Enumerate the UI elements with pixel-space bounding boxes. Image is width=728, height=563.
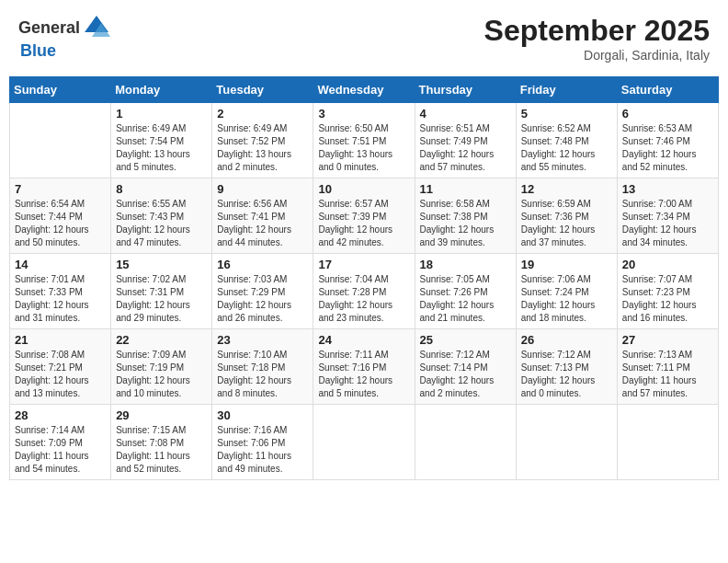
day-number: 29 (116, 408, 207, 422)
day-info: Sunrise: 7:11 AM Sunset: 7:16 PM Dayligh… (318, 349, 409, 400)
day-info: Sunrise: 7:04 AM Sunset: 7:28 PM Dayligh… (318, 273, 409, 325)
calendar-cell: 25Sunrise: 7:12 AM Sunset: 7:14 PM Dayli… (415, 329, 516, 405)
calendar-cell: 9Sunrise: 6:56 AM Sunset: 7:41 PM Daylig… (212, 178, 313, 254)
day-number: 20 (622, 258, 713, 271)
day-info: Sunrise: 6:51 AM Sunset: 7:49 PM Dayligh… (420, 122, 511, 174)
day-info: Sunrise: 6:55 AM Sunset: 7:43 PM Dayligh… (116, 198, 207, 249)
calendar-cell: 5Sunrise: 6:52 AM Sunset: 7:48 PM Daylig… (516, 103, 617, 178)
calendar-cell: 3Sunrise: 6:50 AM Sunset: 7:51 PM Daylig… (313, 103, 415, 178)
calendar-cell: 29Sunrise: 7:15 AM Sunset: 7:08 PM Dayli… (111, 405, 212, 480)
calendar-cell: 23Sunrise: 7:10 AM Sunset: 7:18 PM Dayli… (212, 329, 313, 405)
calendar-cell (617, 405, 718, 480)
day-info: Sunrise: 6:58 AM Sunset: 7:38 PM Dayligh… (420, 198, 511, 249)
day-number: 9 (217, 182, 308, 196)
week-row-1: 1Sunrise: 6:49 AM Sunset: 7:54 PM Daylig… (10, 103, 719, 178)
day-info: Sunrise: 7:12 AM Sunset: 7:14 PM Dayligh… (420, 349, 511, 400)
calendar-cell (10, 103, 111, 178)
day-info: Sunrise: 7:05 AM Sunset: 7:26 PM Dayligh… (420, 273, 511, 325)
day-number: 14 (15, 258, 106, 271)
calendar-cell: 14Sunrise: 7:01 AM Sunset: 7:33 PM Dayli… (10, 254, 111, 329)
calendar-cell: 22Sunrise: 7:09 AM Sunset: 7:19 PM Dayli… (111, 329, 212, 405)
calendar-cell: 19Sunrise: 7:06 AM Sunset: 7:24 PM Dayli… (516, 254, 617, 329)
day-info: Sunrise: 7:12 AM Sunset: 7:13 PM Dayligh… (521, 349, 612, 400)
day-number: 10 (318, 182, 409, 196)
weekday-header-tuesday: Tuesday (212, 77, 313, 103)
calendar-cell: 27Sunrise: 7:13 AM Sunset: 7:11 PM Dayli… (617, 329, 718, 405)
calendar-cell (516, 405, 617, 480)
week-row-2: 7Sunrise: 6:54 AM Sunset: 7:44 PM Daylig… (10, 178, 719, 254)
day-number: 11 (420, 182, 511, 196)
weekday-header-thursday: Thursday (415, 77, 516, 103)
calendar-table: SundayMondayTuesdayWednesdayThursdayFrid… (9, 76, 719, 480)
day-number: 7 (15, 182, 106, 196)
calendar-cell: 30Sunrise: 7:16 AM Sunset: 7:06 PM Dayli… (212, 405, 313, 480)
day-info: Sunrise: 7:01 AM Sunset: 7:33 PM Dayligh… (15, 273, 106, 325)
day-info: Sunrise: 6:54 AM Sunset: 7:44 PM Dayligh… (15, 198, 106, 249)
day-number: 1 (116, 107, 207, 121)
page-header: General Blue September 2025 Dorgali, Sar… (9, 9, 719, 67)
calendar-cell: 18Sunrise: 7:05 AM Sunset: 7:26 PM Dayli… (415, 254, 516, 329)
day-info: Sunrise: 7:10 AM Sunset: 7:18 PM Dayligh… (217, 349, 308, 400)
weekday-header-wednesday: Wednesday (313, 77, 415, 103)
day-number: 28 (15, 408, 106, 422)
day-info: Sunrise: 7:06 AM Sunset: 7:24 PM Dayligh… (521, 273, 612, 325)
day-info: Sunrise: 6:49 AM Sunset: 7:52 PM Dayligh… (217, 122, 308, 174)
calendar-cell: 12Sunrise: 6:59 AM Sunset: 7:36 PM Dayli… (516, 178, 617, 254)
weekday-header-row: SundayMondayTuesdayWednesdayThursdayFrid… (10, 77, 719, 103)
location-subtitle: Dorgali, Sardinia, Italy (484, 48, 710, 63)
calendar-cell: 20Sunrise: 7:07 AM Sunset: 7:23 PM Dayli… (617, 254, 718, 329)
day-info: Sunrise: 6:50 AM Sunset: 7:51 PM Dayligh… (318, 122, 409, 174)
day-number: 30 (217, 408, 308, 422)
calendar-cell: 6Sunrise: 6:53 AM Sunset: 7:46 PM Daylig… (617, 103, 718, 178)
calendar-cell: 8Sunrise: 6:55 AM Sunset: 7:43 PM Daylig… (111, 178, 212, 254)
day-info: Sunrise: 6:53 AM Sunset: 7:46 PM Dayligh… (622, 122, 713, 174)
day-number: 4 (420, 107, 511, 121)
day-number: 13 (622, 182, 713, 196)
calendar-cell: 13Sunrise: 7:00 AM Sunset: 7:34 PM Dayli… (617, 178, 718, 254)
logo-general-text: General (18, 18, 80, 38)
logo-blue-text: Blue (20, 41, 56, 60)
week-row-3: 14Sunrise: 7:01 AM Sunset: 7:33 PM Dayli… (10, 254, 719, 329)
calendar-cell: 10Sunrise: 6:57 AM Sunset: 7:39 PM Dayli… (313, 178, 415, 254)
day-number: 23 (217, 333, 308, 347)
logo: General Blue (18, 14, 110, 61)
day-number: 2 (217, 107, 308, 121)
calendar-cell: 28Sunrise: 7:14 AM Sunset: 7:09 PM Dayli… (10, 405, 111, 480)
day-number: 17 (318, 258, 409, 271)
day-number: 5 (521, 107, 612, 121)
title-block: September 2025 Dorgali, Sardinia, Italy (484, 14, 710, 63)
day-info: Sunrise: 7:07 AM Sunset: 7:23 PM Dayligh… (622, 273, 713, 325)
day-info: Sunrise: 7:03 AM Sunset: 7:29 PM Dayligh… (217, 273, 308, 325)
day-number: 25 (420, 333, 511, 347)
day-info: Sunrise: 6:57 AM Sunset: 7:39 PM Dayligh… (318, 198, 409, 249)
day-number: 27 (622, 333, 713, 347)
day-info: Sunrise: 7:00 AM Sunset: 7:34 PM Dayligh… (622, 198, 713, 249)
calendar-cell: 21Sunrise: 7:08 AM Sunset: 7:21 PM Dayli… (10, 329, 111, 405)
day-info: Sunrise: 7:15 AM Sunset: 7:08 PM Dayligh… (116, 424, 207, 476)
day-number: 24 (318, 333, 409, 347)
day-number: 6 (622, 107, 713, 121)
day-number: 22 (116, 333, 207, 347)
week-row-4: 21Sunrise: 7:08 AM Sunset: 7:21 PM Dayli… (10, 329, 719, 405)
day-number: 18 (420, 258, 511, 271)
day-info: Sunrise: 7:08 AM Sunset: 7:21 PM Dayligh… (15, 349, 106, 400)
weekday-header-friday: Friday (516, 77, 617, 103)
calendar-cell: 11Sunrise: 6:58 AM Sunset: 7:38 PM Dayli… (415, 178, 516, 254)
calendar-cell: 17Sunrise: 7:04 AM Sunset: 7:28 PM Dayli… (313, 254, 415, 329)
day-number: 8 (116, 182, 207, 196)
day-number: 3 (318, 107, 409, 121)
day-info: Sunrise: 7:16 AM Sunset: 7:06 PM Dayligh… (217, 424, 308, 476)
day-info: Sunrise: 7:02 AM Sunset: 7:31 PM Dayligh… (116, 273, 207, 325)
month-title: September 2025 (484, 14, 710, 48)
weekday-header-saturday: Saturday (617, 77, 718, 103)
day-info: Sunrise: 6:52 AM Sunset: 7:48 PM Dayligh… (521, 122, 612, 174)
weekday-header-sunday: Sunday (10, 77, 111, 103)
logo-icon (83, 14, 110, 41)
day-number: 12 (521, 182, 612, 196)
day-info: Sunrise: 6:49 AM Sunset: 7:54 PM Dayligh… (116, 122, 207, 174)
day-info: Sunrise: 6:59 AM Sunset: 7:36 PM Dayligh… (521, 198, 612, 249)
day-number: 26 (521, 333, 612, 347)
calendar-cell: 16Sunrise: 7:03 AM Sunset: 7:29 PM Dayli… (212, 254, 313, 329)
calendar-cell (313, 405, 415, 480)
calendar-cell: 1Sunrise: 6:49 AM Sunset: 7:54 PM Daylig… (111, 103, 212, 178)
